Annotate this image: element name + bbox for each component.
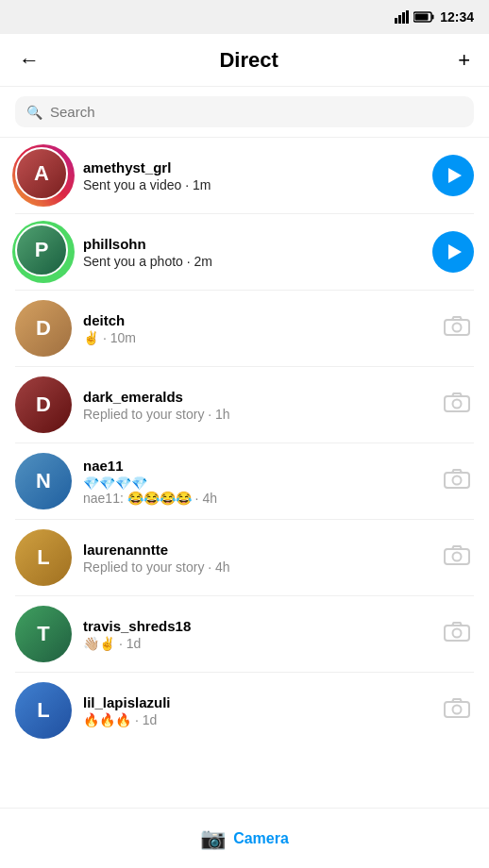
avatar: L: [15, 682, 72, 739]
svg-rect-13: [445, 549, 469, 564]
avatar: P: [15, 224, 72, 280]
conv-message: 💎💎💎💎: [83, 476, 429, 491]
conv-message: Sent you a video · 1m: [83, 177, 421, 192]
conv-content: travis_shreds18 👋🏼✌️ · 1d: [83, 618, 429, 651]
camera-icon: [444, 468, 470, 494]
avatar: D: [15, 300, 72, 357]
svg-rect-5: [432, 15, 434, 20]
conv-username: deitch: [83, 312, 429, 328]
avatar: N: [15, 453, 72, 509]
svg-rect-9: [445, 396, 469, 411]
status-bar: 12:34: [0, 0, 489, 34]
conv-username: amethyst_grl: [83, 159, 421, 175]
camera-button[interactable]: [440, 464, 474, 498]
list-item[interactable]: T travis_shreds18 👋🏼✌️ · 1d: [0, 596, 489, 672]
svg-point-18: [453, 706, 462, 714]
conv-message: Replied to your story · 1h: [83, 407, 429, 422]
svg-rect-2: [402, 12, 405, 24]
camera-icon: [444, 315, 470, 342]
svg-rect-7: [445, 320, 469, 335]
conv-content: deitch ✌️ · 10m: [83, 312, 429, 345]
conversation-list: A amethyst_grl Sent you a video · 1m P p…: [0, 138, 489, 748]
avatar: T: [15, 606, 72, 662]
svg-point-12: [453, 476, 462, 485]
svg-point-8: [453, 324, 462, 332]
conv-username: travis_shreds18: [83, 618, 429, 634]
conv-content: nae11 💎💎💎💎 nae11: 😂😂😂😂 · 4h: [83, 458, 429, 506]
conv-message: 🔥🔥🔥 · 1d: [83, 712, 429, 727]
list-item[interactable]: P phillsohn Sent you a photo · 2m: [0, 214, 489, 290]
camera-button[interactable]: [440, 311, 474, 345]
camera-icon: [444, 621, 470, 647]
back-button[interactable]: ←: [15, 44, 43, 76]
status-icons: [395, 10, 434, 24]
new-message-button[interactable]: +: [454, 44, 474, 76]
svg-point-14: [453, 553, 462, 561]
list-item[interactable]: L laurenanntte Replied to your story · 4…: [0, 520, 489, 595]
svg-rect-1: [398, 15, 401, 24]
conv-message: Replied to your story · 4h: [83, 559, 429, 575]
svg-point-16: [453, 629, 462, 638]
camera-icon: [444, 544, 470, 571]
camera-button[interactable]: [440, 693, 474, 727]
search-bar: 🔍: [0, 87, 489, 138]
conv-content: lil_lapislazuli 🔥🔥🔥 · 1d: [83, 694, 429, 727]
camera-icon: [444, 697, 470, 724]
conv-message: ✌️ · 10m: [83, 330, 429, 345]
signal-icon: [395, 10, 410, 24]
play-triangle-icon: [448, 168, 462, 183]
search-icon: 🔍: [26, 105, 42, 120]
conv-username: laurenanntte: [83, 542, 429, 558]
conv-content: amethyst_grl Sent you a video · 1m: [83, 159, 421, 192]
list-item[interactable]: N nae11 💎💎💎💎 nae11: 😂😂😂😂 · 4h: [0, 443, 489, 519]
bottom-bar: 📷 Camera: [0, 808, 489, 868]
search-input-wrap[interactable]: 🔍: [15, 96, 474, 127]
camera-button[interactable]: [440, 617, 474, 651]
list-item[interactable]: A amethyst_grl Sent you a video · 1m: [0, 138, 489, 213]
svg-rect-0: [395, 18, 397, 24]
conv-message: 👋🏼✌️ · 1d: [83, 636, 429, 651]
conv-username: nae11: [83, 458, 429, 474]
avatar: A: [15, 147, 72, 204]
conv-content: phillsohn Sent you a photo · 2m: [83, 236, 421, 269]
play-triangle-icon: [448, 244, 462, 259]
avatar: L: [15, 529, 72, 586]
svg-rect-6: [415, 14, 429, 21]
camera-icon: [444, 392, 470, 418]
conv-username: phillsohn: [83, 236, 421, 252]
camera-icon: 📷: [200, 826, 226, 851]
camera-button[interactable]: [440, 541, 474, 575]
page-title: Direct: [219, 48, 278, 73]
camera-button[interactable]: 📷 Camera: [200, 826, 289, 851]
conv-content: dark_emeralds Replied to your story · 1h: [83, 389, 429, 422]
avatar: D: [15, 376, 72, 433]
play-icon[interactable]: [432, 231, 474, 273]
camera-label: Camera: [233, 830, 289, 847]
conv-message: Sent you a photo · 2m: [83, 254, 421, 269]
search-input[interactable]: [50, 104, 463, 120]
header: ← Direct +: [0, 34, 489, 87]
list-item[interactable]: L lil_lapislazuli 🔥🔥🔥 · 1d: [0, 673, 489, 748]
conv-content: laurenanntte Replied to your story · 4h: [83, 542, 429, 575]
list-item[interactable]: D dark_emeralds Replied to your story · …: [0, 367, 489, 442]
svg-point-10: [453, 400, 462, 409]
play-icon[interactable]: [432, 155, 474, 196]
svg-rect-3: [406, 10, 409, 24]
conv-username: lil_lapislazuli: [83, 694, 429, 710]
list-item[interactable]: D deitch ✌️ · 10m: [0, 291, 489, 366]
camera-button[interactable]: [440, 388, 474, 422]
conv-username: dark_emeralds: [83, 389, 429, 405]
svg-rect-17: [445, 702, 469, 717]
conv-message2: nae11: 😂😂😂😂 · 4h: [83, 491, 429, 506]
battery-icon: [413, 11, 434, 23]
svg-rect-11: [445, 473, 469, 488]
play-button[interactable]: [432, 231, 474, 273]
play-button[interactable]: [432, 155, 474, 196]
svg-rect-15: [445, 626, 469, 641]
status-time: 12:34: [440, 9, 474, 25]
